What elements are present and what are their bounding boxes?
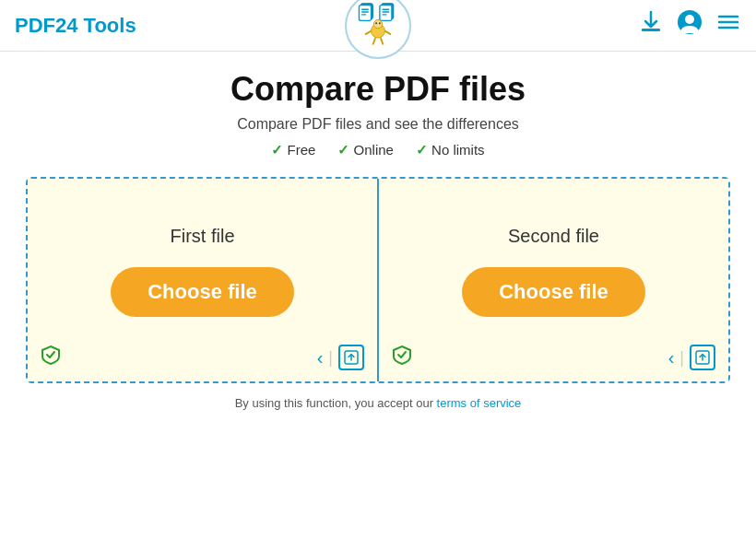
- svg-rect-18: [642, 29, 660, 31]
- first-panel-footer: ‹ |: [28, 345, 377, 370]
- svg-point-16: [375, 22, 377, 24]
- choose-file-button-first[interactable]: Choose file: [111, 267, 294, 317]
- page-title: Compare PDF files: [18, 70, 738, 109]
- second-panel-footer: ‹ |: [379, 345, 728, 370]
- svg-point-11: [373, 19, 382, 28]
- divider-first: |: [328, 348, 333, 368]
- feature-online-label: Online: [354, 142, 394, 158]
- arrow-left-icon-first[interactable]: ‹: [317, 347, 324, 369]
- upload-box-icon-second[interactable]: [690, 345, 715, 370]
- svg-point-17: [379, 22, 381, 24]
- logo-icon: [352, 0, 404, 52]
- svg-rect-6: [380, 5, 392, 20]
- second-file-panel[interactable]: Second file Choose file ‹ |: [379, 179, 728, 381]
- second-panel-right-icons: ‹ |: [668, 345, 715, 370]
- svg-line-13: [384, 30, 391, 34]
- shield-icon-first: [41, 345, 61, 370]
- terms-of-service-link[interactable]: terms of service: [437, 396, 522, 410]
- upload-box-icon-first[interactable]: [338, 345, 364, 370]
- main-content: Compare PDF files Compare PDF files and …: [0, 52, 756, 428]
- choose-file-button-second[interactable]: Choose file: [462, 267, 645, 317]
- features-list: ✓ Free ✓ Online ✓ No limits: [18, 142, 738, 158]
- feature-online: ✓ Online: [337, 142, 394, 158]
- second-file-label: Second file: [508, 226, 599, 247]
- header: PDF24 Tools: [0, 0, 756, 52]
- feature-nolimits: ✓ No limits: [416, 142, 485, 158]
- svg-line-15: [381, 38, 384, 44]
- user-icon[interactable]: [677, 9, 703, 41]
- shield-icon-second: [392, 345, 412, 370]
- svg-rect-1: [359, 5, 371, 20]
- logo-circle-container: [345, 0, 411, 59]
- footer-note-text: By using this function, you accept our: [235, 396, 433, 410]
- menu-icon[interactable]: [715, 9, 741, 41]
- feature-free: ✓ Free: [271, 142, 315, 158]
- divider-second: |: [679, 348, 684, 368]
- svg-line-12: [365, 30, 372, 34]
- header-icons: [638, 9, 741, 41]
- logo-text[interactable]: PDF24 Tools: [15, 14, 136, 38]
- check-nolimits: ✓: [416, 142, 428, 158]
- feature-free-label: Free: [288, 142, 316, 158]
- first-file-label: First file: [171, 226, 235, 247]
- check-free: ✓: [271, 142, 283, 158]
- svg-line-14: [372, 38, 375, 44]
- arrow-left-icon-second[interactable]: ‹: [668, 347, 675, 369]
- first-panel-right-icons: ‹ |: [317, 345, 364, 370]
- feature-nolimits-label: No limits: [431, 142, 485, 158]
- first-file-panel[interactable]: First file Choose file ‹ |: [28, 179, 379, 381]
- drop-zone-outer: First file Choose file ‹ |: [26, 177, 730, 383]
- footer-note: By using this function, you accept our t…: [18, 396, 738, 419]
- svg-point-20: [685, 15, 694, 24]
- drop-zone-inner: First file Choose file ‹ |: [28, 179, 728, 381]
- logo-circle: [345, 0, 411, 59]
- download-icon[interactable]: [638, 9, 664, 41]
- page-subtitle: Compare PDF files and see the difference…: [18, 116, 738, 133]
- check-online: ✓: [337, 142, 349, 158]
